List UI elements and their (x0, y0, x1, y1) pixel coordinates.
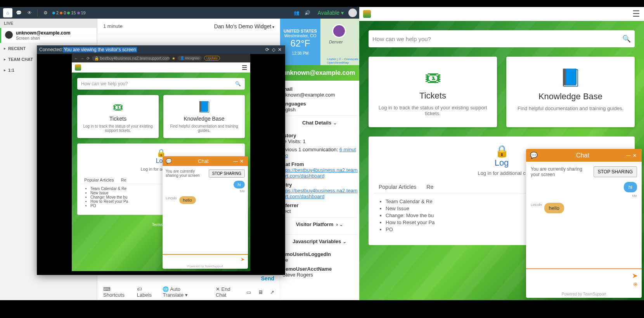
chat-widget-small: 💬 Chat — ✕ You are currently sharing you… (163, 156, 248, 269)
star-icon[interactable]: ★ (172, 56, 175, 60)
close-icon[interactable]: ✕ (277, 47, 283, 52)
chat-icon[interactable]: 💬 (14, 8, 23, 17)
close-icon[interactable]: ✕ (632, 153, 638, 158)
end-chat-button[interactable]: ✕ End Chat (216, 286, 239, 298)
logo-icon (75, 64, 81, 71)
chatfrom-label: hat From (282, 161, 357, 167)
email-label: mail (282, 86, 357, 92)
remote-titlebar[interactable]: Connected: You are viewing the visitor's… (37, 45, 285, 54)
chat-title: Chat (540, 152, 625, 159)
gear-icon[interactable]: ⚙ (41, 8, 50, 17)
visitor-portal: How can we help you?🔍 🎟 Tickets Log in t… (359, 21, 644, 300)
labels-button[interactable]: 🏷 Labels (137, 286, 156, 298)
reload-icon[interactable]: ⟳ (87, 56, 90, 60)
url-bar[interactable]: 🔒 bestbuy4business.na2.teamsupport.com/d… (92, 56, 170, 61)
visits-value: te Visits: 1 (282, 138, 357, 144)
volume-icon[interactable]: 🔊 (303, 8, 312, 17)
chat-duration: 1 minute (103, 23, 123, 29)
powered-by: Powered by TeamSupport (526, 290, 642, 298)
autotranslate-button[interactable]: 🌐 Auto Translate ▾ (163, 286, 202, 298)
map-city: Denver (329, 40, 343, 44)
incognito-badge: 👤 Incognito (178, 56, 202, 60)
map-pin-icon (332, 24, 346, 38)
book-icon: 📘 (511, 67, 630, 88)
close-icon[interactable]: ✕ (239, 159, 245, 164)
jsvar1-label: emoUserIsLoggedIn (282, 251, 357, 257)
weather-country: UNITED STATES (283, 29, 317, 33)
weather-time: 12:38 PM (283, 51, 317, 55)
topbar: ⌂ 💬 👁 ⚙ 2 0 15 19 👥 🔊 Available ▾ (0, 7, 359, 19)
search-icon[interactable]: 🔍 (622, 35, 631, 43)
stop-sharing-button[interactable]: STOP SHARING (209, 169, 245, 178)
search-input[interactable]: How can we help you?🔍 (369, 30, 635, 47)
tickets-card[interactable]: 🎟 Tickets Log in to track the status of … (77, 95, 159, 138)
chat-details-section[interactable]: Chat Details (282, 116, 357, 130)
tab-popular[interactable]: Popular Articles (84, 178, 114, 182)
prev-link[interactable]: 6 minut (339, 147, 356, 152)
tab-recent[interactable]: Re (426, 184, 433, 190)
kb-card[interactable]: 📘 Knowledge Base Find helpful documentat… (506, 57, 635, 127)
weather-temp: 62°F (283, 38, 317, 49)
main-header: 1 minute Dan Mo's Demo Widget (98, 19, 280, 34)
back-icon[interactable]: ← (74, 56, 78, 60)
update-button[interactable]: Update (204, 56, 220, 60)
eye-icon[interactable]: 👁 (25, 8, 34, 17)
widget-dropdown[interactable]: Dan Mo's Demo Widget (214, 23, 274, 29)
referrer-label: eferrer (282, 202, 357, 208)
message-agent: Lincoln hello (531, 203, 637, 213)
map[interactable]: Denver Leaflet | © - OmniscaleOpenStreet… (320, 19, 359, 65)
expand-icon[interactable]: ◇ (270, 47, 277, 52)
ticket-icon: 🎟 (80, 100, 156, 113)
referrer-value: rect (282, 208, 357, 214)
chatfrom-link[interactable]: ttps://bestbuy4business.na2.team (282, 167, 358, 173)
avatar[interactable] (348, 9, 357, 17)
logo-icon (363, 10, 371, 18)
tab-recent[interactable]: Re (121, 178, 126, 182)
stop-sharing-button[interactable]: STOP SHARING (594, 166, 637, 177)
hamburger-icon[interactable]: ☰ (242, 64, 247, 71)
tab-popular[interactable]: Popular Articles (379, 184, 416, 190)
avatar (5, 31, 13, 39)
sidebar-live-item[interactable]: unknown@example.com Screen shari (0, 28, 97, 43)
js-variables-section[interactable]: Javascript Variables (282, 234, 357, 248)
chat-bubble-icon: 💬 (166, 158, 172, 164)
minimize-icon[interactable]: — (625, 153, 632, 158)
more-icon[interactable]: ⊕ (633, 281, 638, 287)
forward-icon[interactable]: → (80, 56, 84, 60)
people-icon[interactable]: 👥 (292, 8, 301, 17)
visitor-info-panel: UNITED STATES Westminster, CO 62°F 12:38… (280, 19, 359, 300)
status-counts: 2 0 15 19 (52, 10, 86, 15)
kb-card[interactable]: 📘 Knowledge Base Find helpful documentat… (163, 95, 245, 138)
send-icon[interactable]: ➤ (632, 272, 638, 280)
visitor-browser: ☰ How can we help you?🔍 🎟 Tickets Log in… (359, 7, 644, 300)
entry-label: ntry (282, 182, 357, 188)
languages-label: anguages (282, 101, 357, 107)
refresh-icon[interactable]: ⟳ (264, 47, 270, 52)
search-input[interactable]: How can we help you?🔍 (77, 78, 245, 90)
tickets-card[interactable]: 🎟 Tickets Log in to track the status of … (369, 57, 497, 127)
home-icon[interactable]: ⌂ (3, 8, 12, 17)
entry-link[interactable]: ttps://bestbuy4business.na2.team (282, 188, 358, 194)
search-icon[interactable]: 🔍 (235, 81, 241, 86)
remote-screen-viewer: Connected: You are viewing the visitor's… (37, 45, 285, 275)
powered-by: Powered by TeamSupport (163, 264, 248, 269)
shortcuts-button[interactable]: ⌨ Shortcuts (103, 286, 130, 298)
divider (37, 9, 38, 16)
footer-icon[interactable]: 🖥 (258, 289, 263, 295)
send-button[interactable]: Send (261, 275, 274, 282)
send-icon[interactable]: ➤ (241, 256, 245, 262)
availability-dropdown[interactable]: Available ▾ (318, 10, 344, 16)
sharing-notice: You are currently sharing your screen (531, 166, 590, 177)
chat-title: Chat (174, 158, 232, 164)
remote-portal: ☰ How can we help you?🔍 🎟 Tickets Log in… (72, 62, 250, 271)
map-attrib: Leaflet | © - OmniscaleOpenStreetMap (327, 57, 358, 64)
hamburger-icon[interactable]: ☰ (632, 9, 640, 19)
footer-icon[interactable]: ↗ (270, 289, 274, 295)
visitor-platform-section[interactable]: Visitor Platform › (282, 217, 357, 231)
history-label: istory (282, 133, 357, 138)
weather-widget: UNITED STATES Westminster, CO 62°F 12:38… (280, 19, 359, 65)
book-icon: 📘 (166, 100, 242, 113)
footer-icon[interactable]: ▭ (246, 289, 251, 295)
message-user: hiMe (624, 182, 637, 198)
minimize-icon[interactable]: — (232, 159, 239, 164)
